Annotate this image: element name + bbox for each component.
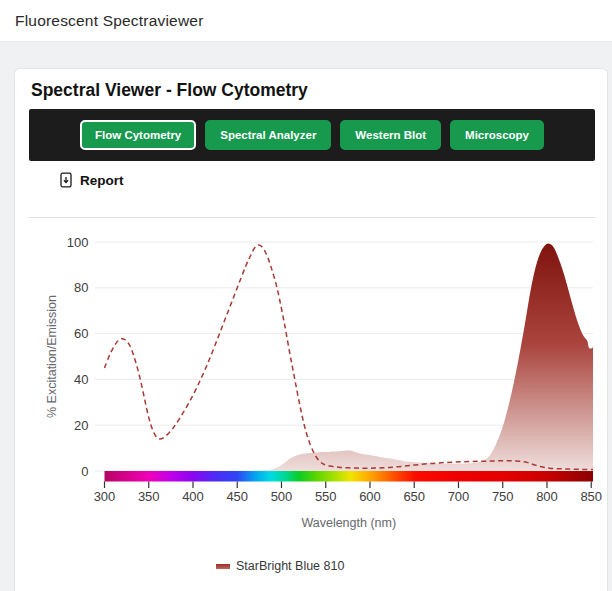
tab-microscopy[interactable]: Microscopy [450,120,544,151]
tab-spectral-analyzer[interactable]: Spectral Analyzer [205,120,331,151]
report-download-icon [58,172,74,188]
x-tick-label: 700 [448,489,470,504]
y-tick-label: 0 [81,464,88,479]
x-tick-label: 400 [182,489,204,504]
report-button[interactable]: Report [58,172,124,188]
y-tick-label: 80 [74,280,88,295]
tab-flow-cytometry[interactable]: Flow Cytometry [80,120,196,151]
emission-area [105,244,594,471]
y-tick-label: 40 [74,372,88,387]
app-title: Fluorescent Spectraviewer [15,12,204,30]
legend-swatch [216,564,230,569]
x-tick-label: 300 [94,489,116,504]
x-tick-label: 450 [226,489,248,504]
report-label: Report [80,173,124,188]
app-root: Fluorescent Spectraviewer Spectral Viewe… [0,0,612,591]
tab-western-blot[interactable]: Western Blot [340,120,441,151]
x-tick-label: 350 [138,489,160,504]
wavelength-spectrum-strip [105,471,594,482]
spectral-viewer-card: Spectral Viewer - Flow Cytometry Flow Cy… [14,68,608,591]
x-tick-label: 800 [536,489,558,504]
y-tick-label: 20 [74,418,88,433]
x-tick-label: 650 [403,489,425,504]
x-tick-label: 500 [271,489,293,504]
legend-label: StarBright Blue 810 [236,559,344,573]
divider [29,217,595,218]
y-tick-label: 100 [67,235,89,250]
app-header: Fluorescent Spectraviewer [0,0,612,42]
y-axis-title: % Excitation/Emission [45,295,59,418]
x-tick-label: 850 [580,489,602,504]
x-tick-label: 600 [359,489,381,504]
x-axis-title: Wavelength (nm) [301,516,396,530]
chart-legend[interactable]: StarBright Blue 810 [216,559,344,573]
mode-toolbar: Flow CytometrySpectral AnalyzerWestern B… [29,109,595,161]
x-tick-label: 750 [492,489,514,504]
y-tick-label: 60 [74,326,88,341]
x-tick-label: 550 [315,489,337,504]
spectra-chart[interactable]: 0204060801003003504004505005506006507007… [31,229,607,537]
card-title: Spectral Viewer - Flow Cytometry [31,80,308,101]
